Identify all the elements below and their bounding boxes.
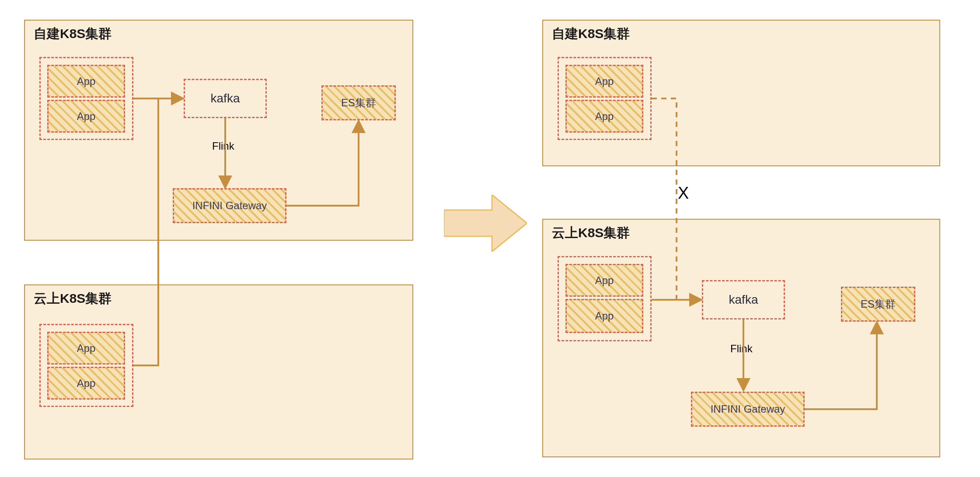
left-kafka-label: kafka [211, 91, 240, 105]
right-kafka-label: kafka [729, 293, 758, 307]
left-top-app1-label: App [76, 75, 97, 88]
left-kafka-box: kafka [184, 79, 267, 118]
left-top-app2: App [47, 100, 125, 133]
right-top-app1: App [565, 65, 643, 98]
right-bottom-app2: App [565, 299, 643, 333]
right-bottom-app1-label: App [594, 274, 615, 287]
right-bottom-app2-label: App [594, 310, 615, 322]
right-top-app2: App [565, 100, 643, 133]
left-bottom-cluster-title: 云上K8S集群 [34, 290, 112, 308]
right-gateway-box: INFINI Gateway [691, 392, 805, 427]
right-top-app1-label: App [594, 75, 615, 88]
left-bottom-app2: App [47, 367, 125, 400]
transition-arrow-icon [444, 195, 527, 252]
right-top-app2-label: App [594, 110, 615, 123]
svg-marker-0 [444, 195, 527, 252]
left-top-app1: App [47, 65, 125, 98]
left-top-cluster-title: 自建K8S集群 [34, 25, 112, 43]
right-bottom-cluster-title: 云上K8S集群 [552, 224, 630, 242]
right-top-cluster-title: 自建K8S集群 [552, 25, 630, 43]
left-es-label: ES集群 [340, 96, 377, 110]
left-flink-label: Flink [212, 140, 234, 152]
right-bottom-app1: App [565, 264, 643, 297]
right-break-label: X [678, 184, 689, 203]
left-top-app2-label: App [76, 110, 97, 123]
left-gateway-label: INFINI Gateway [192, 200, 268, 212]
right-gateway-label: INFINI Gateway [710, 403, 786, 415]
left-es-box: ES集群 [321, 85, 396, 120]
right-kafka-box: kafka [702, 280, 785, 319]
left-bottom-app1: App [47, 332, 125, 365]
left-bottom-app2-label: App [76, 377, 97, 389]
right-es-label: ES集群 [860, 297, 896, 311]
left-gateway-box: INFINI Gateway [173, 188, 286, 223]
left-bottom-app1-label: App [76, 342, 97, 354]
right-es-box: ES集群 [841, 287, 915, 322]
right-flink-label: Flink [730, 343, 753, 355]
